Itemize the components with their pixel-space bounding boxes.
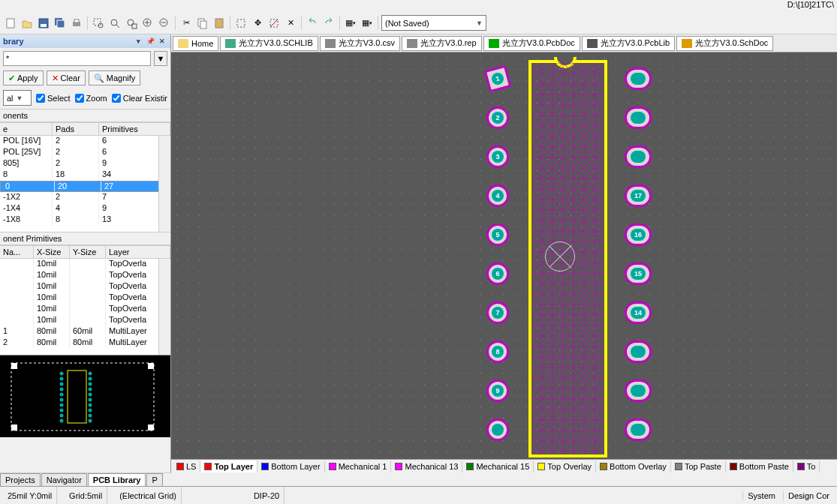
- zoom-area-icon[interactable]: [91, 16, 106, 31]
- table-row[interactable]: 180mil60milMultiLayer: [0, 326, 170, 338]
- layer-tab[interactable]: LS: [173, 460, 200, 472]
- select-icon[interactable]: [233, 16, 248, 31]
- tab-schdoc[interactable]: 光立方V3.0.SchDoc: [676, 36, 773, 51]
- redo-icon[interactable]: [321, 16, 336, 31]
- copy-icon[interactable]: [195, 16, 210, 31]
- table-row[interactable]: 10milTopOverla: [0, 270, 170, 281]
- panel-tab[interactable]: Navigator: [41, 473, 87, 486]
- col-name2[interactable]: Na...: [0, 246, 34, 258]
- table-row[interactable]: 10milTopOverla: [0, 304, 170, 315]
- tab-csv[interactable]: 光立方V3.0.csv: [320, 36, 400, 51]
- pad[interactable]: [625, 340, 652, 363]
- cut-icon[interactable]: ✂: [179, 16, 194, 31]
- col-layer[interactable]: Layer: [106, 246, 170, 258]
- zoom-out-icon[interactable]: [157, 16, 172, 31]
- grid1-icon[interactable]: ▦▾: [343, 16, 358, 31]
- table-row[interactable]: 02027: [0, 181, 170, 192]
- scrollbar-icon[interactable]: [158, 136, 170, 232]
- zoom-checkbox[interactable]: Zoom: [75, 94, 107, 103]
- select-checkbox[interactable]: Select: [36, 94, 71, 103]
- col-name[interactable]: e: [0, 123, 53, 135]
- deselect-icon[interactable]: [266, 16, 282, 31]
- pad[interactable]: 14: [625, 302, 652, 324]
- clear-checkbox[interactable]: Clear Existir: [112, 94, 167, 103]
- design-button[interactable]: Design Cor: [783, 491, 834, 500]
- pad[interactable]: [625, 106, 652, 129]
- tab-pcblib[interactable]: 光立方V3.0.PcbLib: [582, 36, 675, 51]
- paste-icon[interactable]: [212, 16, 227, 31]
- pad[interactable]: 5: [486, 224, 509, 246]
- table-row[interactable]: 10milTopOverla: [0, 281, 170, 292]
- save-icon[interactable]: [36, 16, 51, 31]
- col-xs[interactable]: X-Size: [34, 246, 70, 258]
- pad[interactable]: [625, 146, 652, 168]
- mask-input[interactable]: [3, 51, 151, 66]
- open-icon[interactable]: [20, 16, 35, 31]
- layer-tab[interactable]: Bottom Layer: [257, 460, 324, 472]
- table-row[interactable]: 805]29: [0, 158, 170, 170]
- pad[interactable]: 6: [486, 262, 509, 285]
- panel-tab[interactable]: PCB Library: [88, 473, 146, 486]
- table-row[interactable]: 10milTopOverla: [0, 292, 170, 304]
- panel-close-icon[interactable]: ✕: [157, 36, 167, 46]
- clear-icon[interactable]: ✕: [283, 16, 298, 31]
- pad[interactable]: 3: [486, 146, 509, 168]
- table-row[interactable]: -1X227: [0, 192, 170, 203]
- pad[interactable]: 8: [486, 340, 509, 363]
- grid2-icon[interactable]: ▦▾: [360, 16, 375, 31]
- layer-tab[interactable]: Top Overlay: [534, 460, 596, 472]
- table-row[interactable]: POL [16V]26: [0, 136, 170, 147]
- tab-rep[interactable]: 光立方V3.0.rep: [402, 36, 482, 51]
- tab-pcbdoc[interactable]: 光立方V3.0.PcbDoc: [483, 36, 580, 51]
- pad[interactable]: 4: [486, 184, 509, 207]
- table-row[interactable]: 81834: [0, 170, 170, 181]
- mode-combo[interactable]: al▼: [3, 90, 32, 106]
- col-pads[interactable]: Pads: [53, 123, 99, 135]
- zoom-fit-icon[interactable]: [107, 16, 122, 31]
- save-all-icon[interactable]: [53, 16, 68, 31]
- table-row[interactable]: 280mil80milMultiLayer: [0, 338, 170, 349]
- layer-tab[interactable]: Top Layer: [200, 460, 257, 472]
- system-button[interactable]: System: [742, 491, 780, 500]
- layer-tab[interactable]: Mechanical 1: [325, 460, 392, 472]
- pad[interactable]: 2: [486, 106, 509, 129]
- layer-tab[interactable]: To: [793, 460, 820, 472]
- mask-dropdown[interactable]: ▼: [154, 51, 167, 66]
- layer-tab[interactable]: Mechanical 15: [462, 460, 534, 472]
- new-icon[interactable]: [3, 16, 18, 31]
- pcb-viewport[interactable]: 12345678917161514: [171, 52, 837, 459]
- zoom-sel-icon[interactable]: [124, 16, 139, 31]
- panel-tab[interactable]: P: [146, 473, 162, 486]
- table-row[interactable]: 10milTopOverla: [0, 315, 170, 326]
- pad[interactable]: [625, 68, 652, 90]
- magnify-button[interactable]: 🔍Magnify: [89, 70, 141, 86]
- table-row[interactable]: -1X449: [0, 203, 170, 214]
- table-row[interactable]: -1X8813: [0, 214, 170, 226]
- panel-pin-icon[interactable]: 📌: [145, 36, 155, 46]
- scrollbar-icon[interactable]: [158, 259, 170, 355]
- zoom-in-icon[interactable]: [140, 16, 155, 31]
- col-prims[interactable]: Primitives: [99, 123, 170, 135]
- pad[interactable]: 16: [625, 224, 652, 246]
- layer-tab[interactable]: Bottom Paste: [726, 460, 793, 472]
- pad[interactable]: 9: [486, 380, 509, 402]
- pad[interactable]: [625, 418, 652, 441]
- clear-button[interactable]: ✕Clear: [47, 70, 86, 86]
- tab-schlib[interactable]: 光立方V3.0.SCHLIB: [220, 36, 318, 51]
- pad[interactable]: [486, 418, 509, 441]
- panel-menu-icon[interactable]: ▾: [133, 36, 143, 46]
- pad[interactable]: 17: [625, 184, 652, 207]
- table-row[interactable]: POL [25V]26: [0, 147, 170, 158]
- pad[interactable]: [625, 380, 652, 402]
- panel-tab[interactable]: Projects: [0, 473, 41, 486]
- undo-icon[interactable]: [305, 16, 320, 31]
- layer-tab[interactable]: Mechanical 13: [391, 460, 462, 472]
- layer-tab[interactable]: Bottom Overlay: [596, 460, 671, 472]
- move-icon[interactable]: ✥: [250, 16, 265, 31]
- layer-tab[interactable]: Top Paste: [671, 460, 726, 472]
- save-state-combo[interactable]: (Not Saved)▼: [381, 15, 486, 31]
- table-row[interactable]: 10milTopOverla: [0, 259, 170, 270]
- col-ys[interactable]: Y-Size: [70, 246, 106, 258]
- pad[interactable]: 7: [486, 302, 509, 324]
- print-icon[interactable]: [69, 16, 84, 31]
